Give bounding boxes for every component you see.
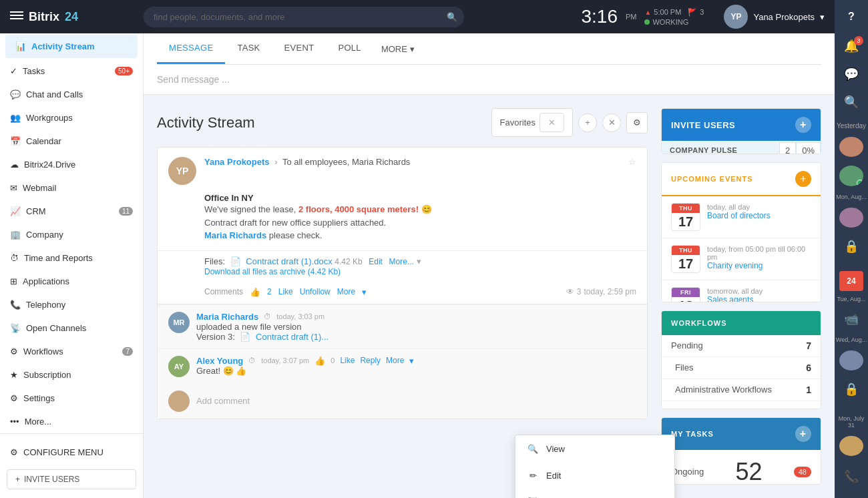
favorites-close-icon[interactable]: ✕	[539, 113, 564, 132]
add-event-btn[interactable]: +	[795, 171, 811, 187]
files-label: Files:	[204, 256, 225, 266]
user-menu[interactable]: YP Yana Prokopets ▾	[714, 5, 835, 29]
bell-icon[interactable]: 🔔 3	[837, 33, 866, 58]
hamburger-icon[interactable]	[10, 11, 23, 22]
admin-count: 1	[806, 385, 811, 395]
dropdown-icon-sm[interactable]: ▾	[409, 356, 414, 366]
event-title-2[interactable]: Sales agents	[707, 295, 811, 302]
comment-author-2[interactable]: Alex Young	[196, 356, 243, 366]
more-button[interactable]: More	[337, 287, 355, 296]
sidebar-item-drive[interactable]: ☁ Bitrix24.Drive	[0, 153, 143, 176]
notif-avatar-3[interactable]	[839, 208, 863, 228]
dropdown-icon[interactable]: ▾	[417, 256, 421, 266]
phone-sidebar-icon: 📞	[10, 300, 21, 310]
notif-avatar-2[interactable]	[839, 166, 863, 186]
comment-file-link[interactable]: Contract draft (1)...	[256, 332, 329, 342]
sidebar-item-more[interactable]: ••• More...	[0, 410, 143, 433]
comments-link[interactable]: Comments	[204, 287, 243, 296]
notif-avatar-4[interactable]	[839, 350, 863, 370]
context-view[interactable]: 🔍 View	[515, 435, 674, 462]
files-label: Files	[675, 362, 693, 372]
comment-item-1: MR Maria Richards ⏱ today, 3:03 pm uploa…	[158, 304, 647, 348]
close-icon: ✕	[608, 117, 616, 128]
compose-input[interactable]: Send message ...	[157, 65, 821, 94]
tab-poll[interactable]: POLL	[326, 33, 373, 64]
event-title-0[interactable]: Board of directors	[707, 211, 811, 220]
logo[interactable]: Bitrix 24	[0, 10, 144, 24]
stream-settings-button[interactable]: ⚙	[626, 112, 648, 134]
unfollow-button[interactable]: Unfollow	[300, 287, 331, 296]
sidebar-item-telephony[interactable]: 📞 Telephony	[0, 293, 143, 316]
favorites-button[interactable]: Favorites ✕	[491, 108, 573, 137]
sidebar-item-settings[interactable]: ⚙ Settings	[0, 387, 143, 410]
file-more-btn[interactable]: More...	[389, 257, 414, 266]
context-edit[interactable]: ✏ Edit	[515, 462, 674, 489]
event-item-2: Fri 18 tomorrow, all day Sales agents	[662, 280, 821, 302]
post-recipient: To all employees, Maria Richards	[282, 157, 410, 167]
configure-menu-btn[interactable]: ⚙ CONFIGURE MENU	[0, 441, 143, 464]
sidebar-item-subscription[interactable]: ★ Subscription	[0, 363, 143, 387]
help-button[interactable]: ?	[835, 0, 868, 33]
sidebar-item-time-reports[interactable]: ⏱ Time and Reports	[0, 246, 143, 270]
add-comment-input[interactable]: Add comment	[196, 396, 250, 406]
workflow-pending[interactable]: Pending 7	[662, 335, 821, 357]
tab-message[interactable]: MESSAGE	[157, 33, 225, 64]
sidebar-item-calendar[interactable]: 📅 Calendar	[0, 130, 143, 153]
sidebar-item-workgroups[interactable]: 👥 Workgroups	[0, 106, 143, 130]
comment-like-btn[interactable]: Like	[340, 356, 355, 365]
notif-avatar-1[interactable]	[839, 137, 863, 157]
post-author-name[interactable]: Yana Prokopets	[204, 157, 270, 167]
sidebar-item-label: Company	[26, 230, 63, 240]
event-title-1[interactable]: Charity evening	[707, 261, 811, 270]
pulse-pct: 0%	[796, 142, 821, 154]
add-filter-button[interactable]: +	[578, 113, 597, 132]
workflow-files[interactable]: Files 6	[662, 357, 821, 379]
event-info-2: tomorrow, all day Sales agents	[707, 287, 811, 302]
notif-avatar-5[interactable]	[839, 436, 863, 456]
phone-icon[interactable]: 📞	[837, 462, 866, 491]
view-icon: 🔍	[526, 442, 539, 455]
sidebar-item-chat[interactable]: 💬 Chat and Calls	[0, 83, 143, 106]
sidebar-item-tasks[interactable]: ✓ Tasks 50+	[0, 59, 143, 83]
sidebar-item-workflows[interactable]: ⚙ Workflows 7	[0, 340, 143, 363]
event-info-0: today, all day Board of directors	[707, 203, 811, 220]
sidebar-item-label: Workflows	[23, 346, 63, 356]
sidebar-item-open-channels[interactable]: 📡 Open Channels	[0, 316, 143, 340]
like-button[interactable]: Like	[278, 287, 293, 296]
sidebar-item-company[interactable]: 🏢 Company	[0, 223, 143, 246]
video-icon[interactable]: 📹	[837, 307, 866, 332]
workflow-admin[interactable]: Administrative Workflows 1	[662, 379, 821, 401]
filter-close-button[interactable]: ✕	[602, 113, 621, 132]
comment-author-1[interactable]: Maria Richards	[196, 312, 258, 322]
activity-icon: 📊	[15, 41, 26, 51]
dropdown-icon[interactable]: ▾	[362, 287, 367, 297]
search-input[interactable]	[144, 7, 464, 27]
event-day-num-2: 18	[672, 297, 700, 302]
sidebar-item-webmail[interactable]: ✉ Webmail	[0, 176, 143, 200]
download-link[interactable]: Download all files as archive (4.42 Kb)	[204, 267, 341, 276]
workflow-requests[interactable]: My Requests 4	[662, 401, 821, 409]
chat-icon[interactable]: 💬	[837, 61, 866, 86]
tab-event[interactable]: EVENT	[272, 33, 327, 64]
context-save-drive[interactable]: 💾 Save to Bitrix24.Drive	[515, 489, 674, 498]
star-icon[interactable]: ☆	[628, 157, 636, 167]
file-link[interactable]: Contract draft (1).docx	[246, 256, 332, 266]
sidebar-item-activity[interactable]: 📊 Activity Stream	[5, 35, 138, 58]
comment-reply-btn[interactable]: Reply	[360, 356, 381, 365]
channels-icon: 📡	[10, 323, 21, 333]
search-icon-right[interactable]: 🔍	[837, 89, 866, 114]
file-edit-btn[interactable]: Edit	[369, 257, 383, 266]
invite-users-sidebar-btn[interactable]: + INVITE USERS	[7, 469, 136, 489]
search-icon[interactable]: 🔍	[447, 12, 457, 22]
tab-more[interactable]: MORE ▾	[373, 33, 423, 64]
add-comment-avatar	[168, 391, 190, 412]
tab-task[interactable]: TASK	[225, 33, 272, 64]
comment-more-btn[interactable]: More	[386, 356, 404, 365]
add-task-btn[interactable]: +	[795, 426, 811, 442]
sidebar-item-applications[interactable]: ⊞ Applications	[0, 270, 143, 293]
sidebar-item-crm[interactable]: 📈 CRM 11	[0, 200, 143, 223]
notif-num-badge[interactable]: 24	[839, 271, 863, 291]
mention-link[interactable]: Maria Richards	[204, 230, 266, 240]
invite-users-plus[interactable]: +	[795, 117, 811, 133]
event-day-name-0: Thu	[672, 204, 700, 213]
